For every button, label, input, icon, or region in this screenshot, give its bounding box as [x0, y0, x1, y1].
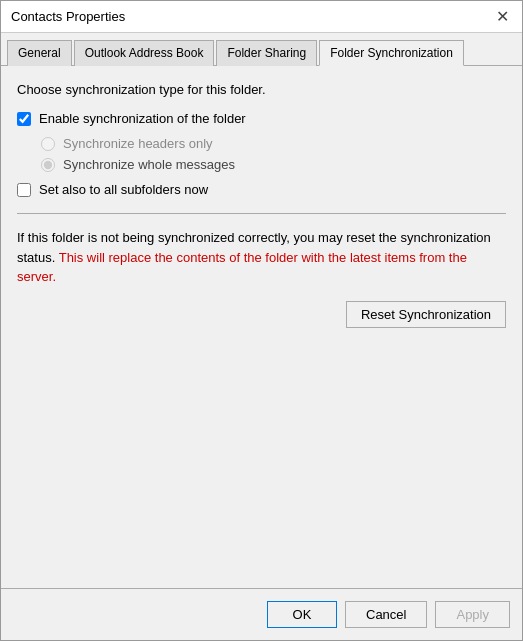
- info-text-part2-content: This will replace the contents of the fo…: [17, 250, 467, 285]
- whole-messages-label: Synchronize whole messages: [63, 157, 235, 172]
- section-divider: [17, 213, 506, 214]
- dialog-window: Contacts Properties ✕ General Outlook Ad…: [0, 0, 523, 641]
- section-description: Choose synchronization type for this fol…: [17, 82, 506, 97]
- sync-type-group: Synchronize headers only Synchronize who…: [41, 136, 506, 172]
- dialog-footer: OK Cancel Apply: [1, 588, 522, 640]
- tab-folder-sharing[interactable]: Folder Sharing: [216, 40, 317, 66]
- close-button[interactable]: ✕: [492, 7, 512, 27]
- subfolder-row: Set also to all subfolders now: [17, 182, 506, 197]
- dialog-title: Contacts Properties: [11, 9, 125, 24]
- tab-general[interactable]: General: [7, 40, 72, 66]
- whole-messages-radio[interactable]: [41, 158, 55, 172]
- title-bar: Contacts Properties ✕: [1, 1, 522, 33]
- tab-folder-synchronization[interactable]: Folder Synchronization: [319, 40, 464, 66]
- headers-only-row: Synchronize headers only: [41, 136, 506, 151]
- reset-button-row: Reset Synchronization: [17, 301, 506, 328]
- whole-messages-row: Synchronize whole messages: [41, 157, 506, 172]
- ok-button[interactable]: OK: [267, 601, 337, 628]
- reset-synchronization-button[interactable]: Reset Synchronization: [346, 301, 506, 328]
- tab-bar: General Outlook Address Book Folder Shar…: [1, 33, 522, 66]
- tab-outlook-address-book[interactable]: Outlook Address Book: [74, 40, 215, 66]
- subfolder-checkbox[interactable]: [17, 183, 31, 197]
- cancel-button[interactable]: Cancel: [345, 601, 427, 628]
- info-text: If this folder is not being synchronized…: [17, 228, 506, 287]
- enable-sync-checkbox[interactable]: [17, 112, 31, 126]
- enable-sync-row: Enable synchronization of the folder: [17, 111, 506, 126]
- subfolder-label: Set also to all subfolders now: [39, 182, 208, 197]
- enable-sync-label: Enable synchronization of the folder: [39, 111, 246, 126]
- tab-content: Choose synchronization type for this fol…: [1, 66, 522, 588]
- headers-only-radio[interactable]: [41, 137, 55, 151]
- headers-only-label: Synchronize headers only: [63, 136, 213, 151]
- apply-button[interactable]: Apply: [435, 601, 510, 628]
